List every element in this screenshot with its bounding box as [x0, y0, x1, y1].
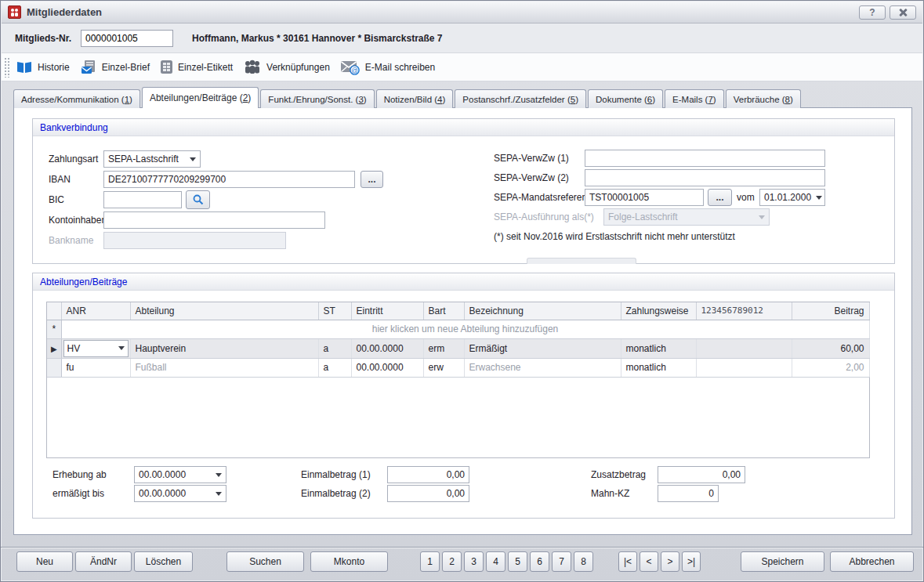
chevron-down-icon — [759, 215, 765, 219]
page-3-button[interactable]: 3 — [464, 551, 484, 572]
abteilungen-group: Abteilungen/Beiträge ANR Abteilung ST Ei… — [32, 273, 895, 519]
cell-anr[interactable]: fu — [61, 358, 130, 377]
sepa-note: (*) seit Nov.2016 wird Erstlastschrift n… — [494, 231, 735, 242]
cell-eintritt[interactable]: 00.00.0000 — [351, 358, 423, 377]
historie-button[interactable]: Historie — [13, 56, 77, 79]
cell-monate[interactable] — [696, 358, 792, 377]
row-selector[interactable] — [47, 358, 61, 377]
vom-label: vom — [737, 189, 755, 206]
table-row[interactable]: ▶ HV Hauptverein a 00.00.0000 erm Ermäßi… — [47, 338, 869, 358]
col-monate[interactable]: 123456789012 — [696, 302, 792, 320]
mandat-vom-date-select[interactable]: 01.01.2000 — [759, 189, 825, 206]
toolbar-grip[interactable] — [4, 57, 9, 78]
tab-postanschrf-zusatzfelder[interactable]: Postanschrf./Zusatzfelder (5) — [455, 89, 586, 108]
page-1-button[interactable]: 1 — [420, 551, 440, 572]
col-beitrag[interactable]: Beitrag — [792, 302, 869, 320]
col-st[interactable]: ST — [318, 302, 351, 320]
chevron-down-icon — [816, 196, 822, 200]
tab-verbraeuche[interactable]: Verbräuche (8) — [726, 89, 801, 108]
cell-bezeichnung[interactable]: Ermäßigt — [464, 338, 621, 358]
aendnr-button[interactable]: ÄndNr — [75, 551, 132, 572]
cell-beitrag[interactable]: 2,00 — [792, 358, 869, 377]
suchen-button[interactable]: Suchen — [226, 551, 304, 572]
iban-input[interactable] — [103, 171, 355, 188]
cell-zahlungsweise[interactable]: monatlich — [621, 338, 696, 358]
cell-st[interactable]: a — [318, 338, 351, 358]
bic-input[interactable] — [103, 191, 182, 208]
zusatzbetrag-input[interactable] — [658, 466, 745, 483]
nav-first-button[interactable]: |< — [618, 551, 637, 572]
tab-adresse-kommunikation[interactable]: Adresse/Kommunikation (1) — [13, 89, 140, 108]
cell-bart[interactable]: erm — [423, 338, 464, 358]
tab-dokumente[interactable]: Dokumente (6) — [588, 89, 663, 108]
bic-search-button[interactable] — [186, 190, 210, 209]
close-icon — [899, 9, 907, 16]
page-4-button[interactable]: 4 — [486, 551, 505, 572]
col-eintritt[interactable]: Eintritt — [351, 302, 423, 320]
kontoinhaber-input[interactable] — [103, 211, 325, 229]
table-row[interactable]: fu Fußball a 00.00.0000 erw Erwachsene m… — [47, 358, 869, 377]
mandat-more-button[interactable]: ... — [708, 189, 732, 206]
tab-abteilungen-beitraege[interactable]: Abteilungen/Beiträge (2) — [142, 87, 259, 108]
new-row-hint[interactable]: hier klicken um neue Abteilung hinzuzufü… — [61, 320, 869, 338]
cell-bezeichnung[interactable]: Erwachsene — [464, 358, 621, 377]
cell-beitrag[interactable]: 60,00 — [792, 338, 869, 358]
email-schreiben-button[interactable]: @ E-Mail schreiben — [337, 56, 442, 79]
col-bart[interactable]: Bart — [423, 302, 464, 320]
close-button[interactable] — [890, 5, 916, 20]
einzel-etikett-button[interactable]: Einzel-Etikett — [157, 56, 240, 79]
page-8-button[interactable]: 8 — [574, 551, 593, 572]
member-number-input[interactable] — [81, 30, 173, 47]
col-anr[interactable]: ANR — [61, 302, 130, 320]
cell-eintritt[interactable]: 00.00.0000 — [351, 338, 423, 358]
page-6-button[interactable]: 6 — [530, 551, 549, 572]
page-7-button[interactable]: 7 — [552, 551, 571, 572]
email-schreiben-label: E-Mail schreiben — [365, 62, 435, 73]
tab-emails[interactable]: E-Mails (7) — [665, 89, 724, 108]
cell-zahlungsweise[interactable]: monatlich — [621, 358, 696, 377]
cell-abteilung[interactable]: Hauptverein — [130, 338, 318, 358]
tab-content-panel: Bankverbindung Zahlungsart SEPA-Lastschr… — [13, 107, 912, 535]
mkonto-button[interactable]: Mkonto — [310, 551, 388, 572]
cell-monate[interactable] — [696, 338, 792, 358]
nav-last-button[interactable]: >| — [682, 551, 701, 572]
cell-anr[interactable]: HV — [61, 338, 130, 358]
nav-prev-button[interactable]: < — [640, 551, 658, 572]
member-number-label: Mitglieds-Nr. — [15, 33, 71, 44]
tab-funkt-ehrung-sonst[interactable]: Funkt./Ehrung/Sonst. (3) — [260, 89, 374, 108]
sepa-verwzw2-input[interactable] — [585, 169, 825, 186]
anr-select[interactable]: HV — [63, 340, 129, 357]
loeschen-button[interactable]: Löschen — [134, 551, 193, 572]
verknuepfungen-button[interactable]: Verknüpfungen — [240, 56, 337, 79]
col-abteilung[interactable]: Abteilung — [130, 302, 318, 320]
iban-more-button[interactable]: ... — [361, 171, 383, 188]
einmalbetrag2-input[interactable] — [387, 485, 469, 502]
email-at-icon: @ — [340, 60, 361, 75]
sepa-mandatsreferenz-input[interactable] — [585, 189, 704, 206]
sepa-verwzw1-input[interactable] — [585, 150, 825, 167]
zahlungsart-select[interactable]: SEPA-Lastschrift — [103, 150, 201, 168]
einmalbetrag1-input[interactable] — [387, 466, 469, 483]
cell-st[interactable]: a — [318, 358, 351, 377]
ermaessigt-bis-select[interactable]: 00.00.0000 — [134, 485, 226, 502]
erhebung-ab-select[interactable]: 00.00.0000 — [134, 466, 226, 483]
mahn-kz-input[interactable] — [658, 485, 719, 502]
cell-bart[interactable]: erw — [423, 358, 464, 377]
einzel-brief-button[interactable]: Einzel-Brief — [77, 56, 157, 79]
book-icon — [16, 60, 33, 74]
speichern-button[interactable]: Speichern — [741, 551, 824, 572]
page-2-button[interactable]: 2 — [442, 551, 462, 572]
tab-notizen-bild[interactable]: Notizen/Bild (4) — [376, 89, 454, 108]
page-5-button[interactable]: 5 — [508, 551, 527, 572]
neu-button[interactable]: Neu — [16, 551, 73, 572]
col-row-selector[interactable] — [47, 302, 61, 320]
col-bezeichnung[interactable]: Bezeichnung — [464, 302, 621, 320]
help-button[interactable]: ? — [859, 5, 886, 20]
nav-next-button[interactable]: > — [661, 551, 679, 572]
new-row[interactable]: * hier klicken um neue Abteilung hinzuzu… — [47, 320, 869, 338]
chevron-down-icon — [216, 473, 222, 477]
abbrechen-button[interactable]: Abbrechen — [830, 551, 914, 572]
group-collapse-handle[interactable] — [527, 258, 636, 264]
cell-abteilung[interactable]: Fußball — [130, 358, 318, 377]
col-zahlungsweise[interactable]: Zahlungsweise — [621, 302, 696, 320]
